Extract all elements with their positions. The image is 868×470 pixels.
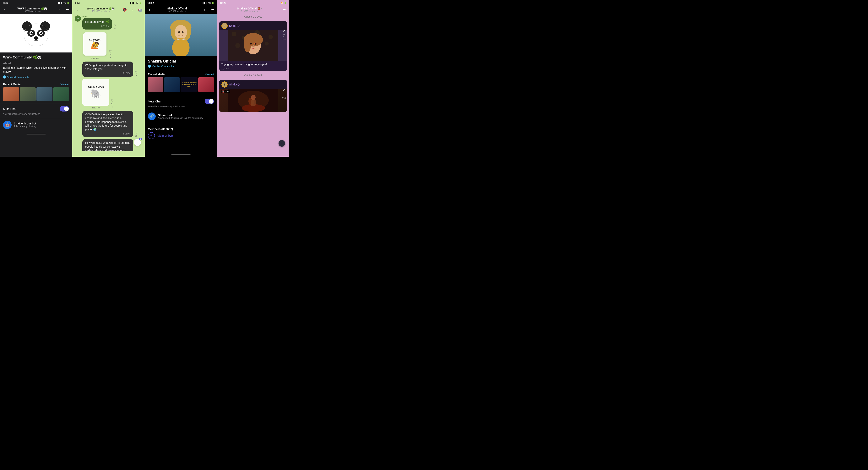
feed-text-1: Trying my new fav thing, orange eyes! <box>221 63 267 66</box>
share-reaction-icon-1[interactable]: ↗ <box>282 29 285 33</box>
toggle-knob-p3 <box>209 99 214 104</box>
reaction-count-1: 2.3K <box>281 38 286 40</box>
home-indicator-p3 <box>145 141 217 157</box>
msg1-reaction: ♡ 83 <box>114 24 116 30</box>
video-placeholder-2[interactable]: 🔇 0:21 <box>219 89 287 112</box>
share-button-p2[interactable]: ↑ <box>130 7 135 12</box>
sticker-text-allgood: All good? <box>89 38 101 41</box>
home-indicator-p1 <box>0 131 72 137</box>
scroll-fab-btn-p4[interactable]: ↓ <box>279 140 285 147</box>
chat-msg-4: I'm ALL ears 🐘 3:12 PM ♡ 91 ↗ <box>75 79 142 109</box>
members-section-p3: Members (319687) + Add members <box>145 125 217 141</box>
date-sep-oct21: October 21, 2019 <box>219 14 287 19</box>
more-button-p4[interactable]: ••• <box>282 7 287 12</box>
status-time-p3: 11:52 <box>148 2 154 4</box>
nav-subtitle-p2: 1329838 members <box>92 10 110 12</box>
scroll-fab-p2[interactable]: ↓ 3 <box>136 143 143 150</box>
verified-label-p3: Verified Community <box>152 65 174 68</box>
add-member-label-p3[interactable]: Add members <box>157 134 174 137</box>
more-button-p1[interactable]: ••• <box>65 7 70 12</box>
msg3-bubble: We've got an important message to share … <box>82 62 133 77</box>
chat-msg-6: How we make what we eat is bringing peop… <box>75 139 142 151</box>
media-thumbnails-p1 <box>3 87 69 101</box>
back-button-p3[interactable]: ‹ <box>147 7 152 12</box>
msg1-row: Hi Nature lovers! 🌿 3:11 PM ♡ 83 <box>82 18 142 30</box>
media-thumb-3[interactable] <box>36 87 53 101</box>
media-grid-item-2[interactable] <box>164 77 180 92</box>
home-indicator-p4 <box>217 151 289 157</box>
media-thumb-2[interactable] <box>20 87 36 101</box>
share-reaction-icon-2[interactable]: ↗ <box>283 88 285 92</box>
msg4-likes: 91 <box>111 102 114 105</box>
msg5-reaction: ♡ 78 <box>135 131 137 137</box>
profile-info-p1: WWF Community 🌿🐼 About Building a future… <box>0 53 72 83</box>
view-all-button-p1[interactable]: View All <box>60 83 69 86</box>
scroll-fab-btn-p2[interactable]: ↓ 3 <box>134 139 141 146</box>
nav-center-p4: Shakira Official 🔕 › 319620 members <box>237 7 262 12</box>
feed-card-1-text: Trying my new fav thing, orange eyes! <box>219 61 287 67</box>
mute-row-p1: Mute Chat <box>3 106 69 112</box>
svg-point-17 <box>178 31 180 33</box>
mute-sym: 🔇 <box>222 90 224 93</box>
recent-media-p1: Recent Media View All <box>0 83 72 101</box>
nav-icons-p3: ↑ ••• <box>202 7 215 12</box>
svg-point-18 <box>182 31 183 33</box>
nav-bar-p2: ‹ WWF Community 🌿🐼 1329838 members 🔇 ↑ 🤖 <box>72 5 145 14</box>
feed-sender-1: ShakHQ <box>229 24 240 27</box>
scroll-fab-p4[interactable]: ↓ <box>281 143 288 150</box>
share-link-row-p3[interactable]: 🔗 Share Link Anyone with this link can j… <box>145 111 217 122</box>
chat-sender-row-1: W WWF Hi Nature lovers! 🌿 3:11 PM ♡ 83 <box>75 16 142 30</box>
feed-img-1 <box>219 30 287 61</box>
date-oct26-text: October 26, 2019 <box>244 74 262 77</box>
msg1-sender: WWF <box>82 16 142 18</box>
media-thumb-4[interactable] <box>53 87 69 101</box>
verified-badge-p1: ✓ Verified Community <box>3 76 69 79</box>
media-grid-item-4[interactable] <box>198 77 214 92</box>
status-icons-p4: 📶 🔋 <box>280 2 287 4</box>
sticker-allgood: All good? 🙋 <box>82 31 107 57</box>
msg4-row: I'm ALL ears 🐘 3:12 PM ♡ 91 ↗ <box>82 79 142 109</box>
back-button-p1[interactable]: ‹ <box>2 7 7 12</box>
back-button-p2[interactable]: ‹ <box>74 7 80 12</box>
sticker-elephant-emoji: 🐘 <box>91 89 101 99</box>
svg-point-25 <box>235 43 240 48</box>
media-thumb-1[interactable] <box>3 87 19 101</box>
status-bar-panel3: 11:52 ▌▌▌ 4G 🔋 <box>145 0 217 5</box>
scroll-badge-p2: 3 <box>139 138 142 140</box>
sticker-allears: I'm ALL ears 🐘 <box>82 79 110 106</box>
status-bar-panel4: 12:22 📶 🔋 <box>217 0 289 5</box>
share-button-p3[interactable]: ↑ <box>202 7 207 12</box>
heart-reaction-icon-1[interactable]: ♡ <box>282 34 285 38</box>
share-button-p1[interactable]: ↑ <box>57 7 62 12</box>
mute-toggle-p1[interactable] <box>60 106 69 112</box>
scroll-down-icon-p4[interactable]: ↓ <box>283 92 285 96</box>
mute-row-p3: Mute Chat <box>148 98 214 104</box>
media-grid-item-1[interactable] <box>148 77 163 92</box>
bot-section-p1[interactable]: 🤖 Chat with our bot 1.1m already chattin… <box>0 118 72 131</box>
media-grid-item-3[interactable]: SHAKIRA IN CONCERT EL DORADO WORLD TOUR <box>181 77 198 92</box>
add-member-icon-p3[interactable]: + <box>148 132 155 139</box>
share-link-desc-p3: Anyone with this link can join the commu… <box>158 117 203 119</box>
network-p1: 4G <box>63 2 66 4</box>
feed-avatar-2: S <box>221 81 227 88</box>
mute-btn-p2[interactable]: 🔇 <box>122 7 127 12</box>
back-button-p4[interactable]: ‹ <box>219 7 224 12</box>
msg1-content: WWF Hi Nature lovers! 🌿 3:11 PM ♡ 83 <box>82 16 142 30</box>
svg-point-30 <box>244 37 251 52</box>
msg1-bubble: Hi Nature lovers! 🌿 3:11 PM <box>82 18 112 30</box>
scroll-down-icon-p2: ↓ <box>136 141 138 144</box>
bot-button-p2[interactable]: 🤖 <box>137 7 143 12</box>
panel-shakira-profile: 11:52 ▌▌▌ 4G 🔋 ‹ Shakira Official 319,68… <box>145 0 217 157</box>
mute-section-p1: Mute Chat You will not receive any notif… <box>0 103 72 118</box>
view-all-button-p3[interactable]: View All <box>205 73 214 76</box>
mute-section-p3: Mute Chat You will not receive any notif… <box>145 96 217 111</box>
msg2-row: All good? 🙋 3:12 PM ♡ 74 ↗ <box>82 31 142 60</box>
mute-note-p1: You will not receive any notifications <box>3 113 69 115</box>
add-member-row-p3: + Add members <box>148 132 214 139</box>
mute-toggle-p3[interactable] <box>205 98 214 104</box>
share-button-p4[interactable]: ↑ <box>274 7 280 12</box>
shakira-name-p3: Shakira Official <box>148 59 214 63</box>
sticker-allgood-text: All good? 🙋 <box>83 32 106 56</box>
bot-count-p1: 1.1m already chatting <box>14 125 36 128</box>
more-button-p3[interactable]: ••• <box>210 7 215 12</box>
